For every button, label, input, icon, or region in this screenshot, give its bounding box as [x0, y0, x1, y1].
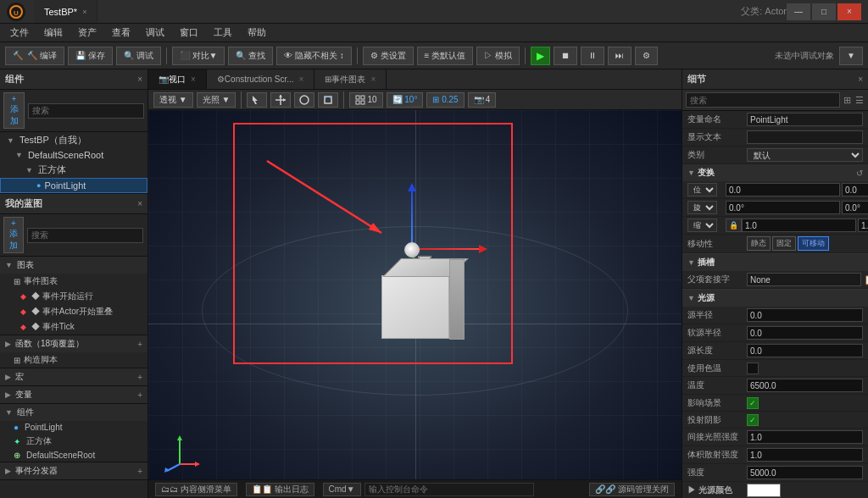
simulate-button[interactable]: ▷ 模拟	[476, 47, 520, 65]
temp-input[interactable]	[747, 379, 863, 392]
event-begin-play-item[interactable]: ◆ ◆ 事件开始运行	[0, 289, 147, 304]
event-tick-item[interactable]: ◆ ◆ 事件Tick	[0, 319, 147, 335]
tab-close-icon[interactable]: ×	[191, 75, 196, 84]
affects-world-checkbox[interactable]: ✓	[747, 397, 759, 409]
scale-y-input[interactable]	[858, 219, 868, 232]
rotation-dropdown[interactable]: 旋转	[687, 201, 717, 214]
minimize-button[interactable]: —	[787, 3, 810, 20]
event-dispatchers-header[interactable]: ▶ 事件分发器 +	[0, 462, 147, 479]
class-defaults-button[interactable]: ≡ 类默认值	[417, 47, 474, 65]
scale-x-input[interactable]	[742, 219, 856, 232]
add-variable-icon[interactable]: +	[137, 390, 142, 400]
varname-input[interactable]	[747, 113, 863, 126]
details-list-icon[interactable]: ☰	[854, 94, 865, 107]
content-drawer-button[interactable]: 🗂 🗂 内容侧滑菜单	[155, 483, 237, 496]
displaytext-input[interactable]	[747, 130, 863, 144]
transform-reset-icon[interactable]: ↺	[856, 169, 863, 178]
tree-item-self[interactable]: ▼ TestBP（自我）	[0, 132, 147, 148]
add-component-button[interactable]: + 添加	[3, 92, 25, 129]
rotation-y-input[interactable]	[842, 201, 868, 214]
tab-viewport[interactable]: 📷 视口 ×	[148, 69, 207, 89]
menu-window[interactable]: 窗口	[173, 24, 205, 42]
tree-item-lightgroup[interactable]: ▼ 正方体	[0, 162, 147, 178]
details-close[interactable]: ×	[858, 75, 863, 84]
light-header[interactable]: ▼ 光源	[682, 290, 868, 307]
event-begin-overlap-item[interactable]: ◆ ◆ 事件Actor开始重叠	[0, 304, 147, 319]
construction-script-item[interactable]: ⊞ 构造脚本	[0, 352, 147, 368]
pause-button[interactable]: ⏸	[581, 47, 604, 65]
source-length-input[interactable]	[747, 344, 863, 357]
mobility-static-button[interactable]: 静态	[747, 236, 771, 251]
menu-edit[interactable]: 编辑	[37, 24, 70, 42]
cmd-dropdown[interactable]: Cmd▼	[323, 483, 361, 496]
perspective-button[interactable]: 透视 ▼	[153, 92, 193, 108]
location-x-input[interactable]	[726, 183, 840, 196]
tab-close-icon[interactable]: ×	[299, 75, 304, 84]
add-macro-icon[interactable]: +	[137, 373, 142, 382]
scale-snap-button[interactable]: ⊞ 0.25	[426, 92, 464, 108]
parent-socket-input[interactable]	[747, 273, 861, 286]
functions-header[interactable]: ▶ 函数（18项覆盖） +	[0, 335, 147, 352]
class-settings-button[interactable]: ⚙ 类设置	[363, 47, 414, 65]
save-button[interactable]: 💾 保存	[68, 47, 113, 65]
menu-view[interactable]: 查看	[105, 24, 137, 42]
add-dispatcher-icon[interactable]: +	[137, 467, 142, 476]
var-cube[interactable]: ✦ 正方体	[0, 434, 147, 449]
output-log-button[interactable]: 📋 📋 输出日志	[246, 483, 314, 496]
cast-shadow-checkbox[interactable]: ✓	[747, 414, 759, 426]
category-select[interactable]: 默认	[747, 148, 863, 162]
macros-header[interactable]: ▶ 宏 +	[0, 368, 147, 385]
variables-header[interactable]: ▶ 变量 +	[0, 386, 147, 403]
camera-speed-button[interactable]: 📷 4	[468, 92, 497, 108]
details-search[interactable]	[686, 92, 840, 108]
rotation-snap-button[interactable]: 🔄 10°	[387, 92, 424, 108]
find-button[interactable]: 🔍 查找	[228, 47, 273, 65]
play-button[interactable]: ▶	[531, 47, 550, 65]
soft-radius-input[interactable]	[747, 326, 863, 340]
intensity-input[interactable]	[747, 466, 863, 479]
volumetric-intensity-input[interactable]	[747, 448, 863, 462]
components-close[interactable]: ×	[137, 75, 142, 84]
add-function-icon[interactable]: +	[137, 340, 142, 349]
var-pointlight[interactable]: ● PointLight	[0, 421, 147, 434]
tab-close-icon[interactable]: ×	[370, 75, 376, 84]
parent-socket-browse-icon[interactable]: 📋	[863, 274, 868, 286]
rotation-x-input[interactable]	[726, 201, 840, 214]
location-dropdown[interactable]: 位置	[687, 183, 717, 196]
stop-button[interactable]: ⏹	[554, 47, 577, 65]
transform-header[interactable]: ▼ 变换 ↺	[682, 164, 868, 181]
lighting-button[interactable]: 光照 ▼	[197, 92, 236, 108]
attenuation-input[interactable]	[747, 308, 863, 322]
select-tool[interactable]	[247, 92, 267, 108]
grid-snap-button[interactable]: 10	[349, 92, 382, 108]
mobility-movable-button[interactable]: 可移动	[798, 236, 829, 251]
debug-button[interactable]: 🔍 调试	[116, 47, 161, 65]
source-control-button[interactable]: 🔗 🔗 源码管理关闭	[589, 483, 675, 496]
menu-help[interactable]: 帮助	[241, 24, 273, 42]
scale-lock-button[interactable]: 🔒	[726, 219, 742, 232]
extra-settings-button[interactable]: ⚙	[635, 47, 658, 65]
components-search[interactable]	[28, 103, 144, 119]
viewport-canvas[interactable]: ✛	[148, 110, 682, 498]
tab-testbp[interactable]: TestBP* ×	[34, 0, 97, 23]
tab-construction[interactable]: ⚙ Construction Scr... ×	[207, 69, 315, 89]
components-vars-header[interactable]: ▼ 组件	[0, 404, 147, 421]
tree-item-pointlight[interactable]: ● PointLight	[0, 178, 147, 193]
var-defaultsceneroot[interactable]: ⊕ DefaultSceneRoot	[0, 449, 147, 462]
event-graph-item[interactable]: ⊞ 事件图表	[0, 274, 147, 289]
console-input[interactable]	[364, 483, 534, 496]
step-button[interactable]: ⏭	[608, 47, 632, 65]
maximize-button[interactable]: □	[812, 3, 836, 20]
tree-item-defaultsceneroot[interactable]: ▼ DefaultSceneRoot	[0, 148, 147, 162]
light-color-picker[interactable]	[747, 484, 781, 497]
tab-close-icon[interactable]: ×	[82, 8, 86, 16]
compare-button[interactable]: ⬛ 对比▼	[172, 47, 225, 65]
use-temp-checkbox[interactable]	[747, 362, 759, 374]
menu-tools[interactable]: 工具	[207, 24, 239, 42]
scale-dropdown[interactable]: 缩放	[687, 219, 717, 232]
indirect-intensity-input[interactable]	[747, 430, 863, 444]
location-y-input[interactable]	[842, 183, 868, 196]
close-button[interactable]: ×	[837, 3, 861, 20]
graphs-header[interactable]: ▼ 图表	[0, 257, 147, 274]
compile-button[interactable]: 🔨 🔨 编译	[5, 47, 64, 65]
